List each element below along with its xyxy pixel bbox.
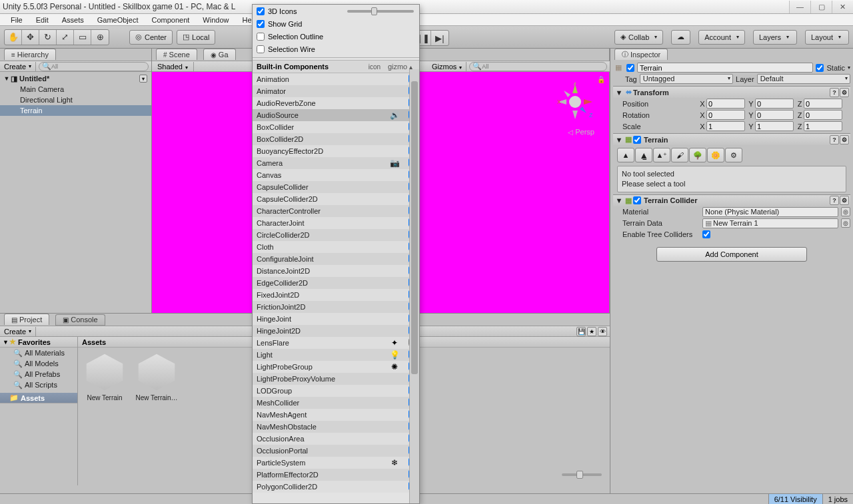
opt-sel-outline-checkbox[interactable]	[257, 33, 265, 41]
menu-edit[interactable]: Edit	[29, 15, 55, 25]
expand-icon[interactable]: ▼	[614, 89, 624, 97]
opt-show-grid[interactable]: Show Grid	[253, 17, 419, 30]
project-create-dropdown[interactable]: Create	[0, 327, 36, 336]
terrain-detail-button[interactable]: 🌼	[707, 148, 724, 162]
tag-dropdown[interactable]: Untagged	[640, 74, 733, 84]
opt-selection-wire[interactable]: Selection Wire	[253, 43, 419, 55]
favorite-item[interactable]: 🔍All Prefabs	[0, 369, 77, 379]
game-tab[interactable]: ◉Ga	[203, 49, 236, 60]
gizmo-component-row[interactable]: OcclusionPortal	[253, 445, 419, 457]
terrain-raise-button[interactable]: ▲	[617, 148, 634, 162]
rot-y[interactable]	[755, 110, 794, 120]
tree-colliders-toggle[interactable]	[702, 230, 710, 238]
hierarchy-item[interactable]: Main Camera	[0, 84, 151, 95]
pos-z[interactable]	[804, 99, 842, 109]
terrain-tree-button[interactable]: 🌳	[689, 148, 706, 162]
favorite-item[interactable]: 🔍All Scripts	[0, 379, 77, 390]
pos-x[interactable]	[706, 99, 745, 109]
component-icon[interactable]: 🔊	[383, 111, 406, 120]
static-dropdown-arrow[interactable]: ▾	[848, 65, 850, 71]
gizmo-component-row[interactable]: HingeJoint	[253, 313, 419, 325]
menu-gameobject[interactable]: GameObject	[91, 15, 145, 25]
opt-sel-wire-checkbox[interactable]	[257, 45, 265, 53]
scene-tab[interactable]: #Scene	[156, 49, 197, 60]
transform-tool-button[interactable]: ⊕	[91, 30, 109, 45]
scl-z[interactable]	[804, 121, 842, 131]
hierarchy-tab[interactable]: ≡Hierarchy	[4, 49, 56, 60]
terrain-collider-enabled-toggle[interactable]	[633, 196, 641, 204]
hierarchy-item[interactable]: Directional Light	[0, 95, 151, 105]
gizmo-component-row[interactable]: Light💡	[253, 349, 419, 361]
jobs-status[interactable]: 1 jobs	[823, 495, 853, 503]
rect-tool-button[interactable]: ▭	[74, 30, 91, 45]
gizmo-component-row[interactable]: LensFlare✦	[253, 337, 419, 349]
menu-assets[interactable]: Assets	[55, 15, 91, 25]
gizmo-component-row[interactable]: FixedJoint2D	[253, 289, 419, 301]
gizmo-component-row[interactable]: ParticleSystem❄	[253, 457, 419, 469]
gizmo-component-row[interactable]: LightProbeProxyVolume	[253, 373, 419, 385]
pos-y[interactable]	[755, 99, 794, 109]
object-picker-icon[interactable]: ◎	[841, 218, 850, 228]
object-picker-icon[interactable]: ◎	[841, 207, 850, 216]
gizmo-component-row[interactable]: AudioReverbZone	[253, 97, 419, 109]
gizmo-component-row[interactable]: DistanceJoint2D	[253, 265, 419, 277]
gizmo-component-row[interactable]: EdgeCollider2D	[253, 277, 419, 289]
gizmo-component-row[interactable]: CharacterController	[253, 205, 419, 217]
help-icon[interactable]: ?	[830, 196, 839, 205]
favorites-header[interactable]: ▼★Favorites	[0, 337, 77, 348]
gizmo-component-row[interactable]: LightProbeGroup✺	[253, 361, 419, 373]
material-field[interactable]: None (Physic Material)	[702, 207, 838, 217]
terrain-collider-header[interactable]: ▼ ▦ Terrain Collider ?⚙	[613, 195, 850, 206]
gizmo-component-row[interactable]: BoxCollider2D	[253, 133, 419, 145]
asset-item[interactable]: New Terrain…	[135, 353, 178, 401]
assets-header[interactable]: 📁Assets	[0, 393, 77, 403]
opt-selection-outline[interactable]: Selection Outline	[253, 30, 419, 43]
static-toggle[interactable]	[816, 64, 824, 72]
visibility-status[interactable]: 6/11 Visibility	[768, 494, 823, 504]
transform-header[interactable]: ▼ ⬌ Transform ?⚙	[613, 87, 850, 98]
proj-hidden-icon[interactable]: 👁	[598, 327, 607, 336]
gear-icon[interactable]: ⚙	[840, 135, 849, 144]
gameobject-active-toggle[interactable]	[626, 64, 634, 72]
gear-icon[interactable]: ⚙	[840, 196, 849, 205]
expand-icon[interactable]: ▼	[3, 75, 11, 82]
expand-icon[interactable]: ▼	[614, 136, 624, 144]
favorite-item[interactable]: 🔍All Models	[0, 358, 77, 369]
terrain-paint-button[interactable]: ▲̲	[635, 148, 652, 162]
help-icon[interactable]: ?	[830, 135, 839, 144]
gizmo-component-row[interactable]: AudioSource🔊	[253, 109, 419, 121]
gizmo-component-row[interactable]: Canvas	[253, 169, 419, 181]
gizmo-component-row[interactable]: BoxCollider	[253, 121, 419, 133]
menu-file[interactable]: File	[4, 15, 29, 25]
hierarchy-item-selected[interactable]: Terrain	[0, 105, 151, 116]
expand-icon[interactable]: ▼	[614, 196, 624, 204]
cloud-button[interactable]: ☁	[671, 30, 690, 45]
add-component-button[interactable]: Add Component	[656, 247, 807, 262]
gizmo-component-row[interactable]: HingeJoint2D	[253, 325, 419, 337]
opt-3d-icons[interactable]: 3D Icons	[253, 5, 419, 17]
gizmo-component-row[interactable]: NavMeshObstacle	[253, 421, 419, 433]
gameobject-name-input[interactable]	[637, 63, 813, 73]
gizmo-component-row[interactable]: CircleCollider2D	[253, 229, 419, 241]
help-icon[interactable]: ?	[830, 88, 839, 97]
component-icon[interactable]: 💡	[383, 350, 406, 360]
favorite-item[interactable]: 🔍All Materials	[0, 348, 77, 358]
scl-x[interactable]	[706, 121, 745, 131]
lock-icon[interactable]: 🔒	[597, 76, 605, 83]
layout-dropdown[interactable]: Layout	[805, 30, 849, 45]
projection-label[interactable]: ◁ Persp	[568, 128, 594, 136]
orientation-gizmo[interactable]: y x z	[556, 83, 594, 121]
gizmo-component-row[interactable]: MeshCollider	[253, 397, 419, 409]
terrain-brush-button[interactable]: 🖌	[671, 148, 688, 162]
rot-z[interactable]	[804, 110, 842, 120]
rot-x[interactable]	[706, 110, 745, 120]
inspector-tab[interactable]: ⓘInspector	[614, 49, 668, 60]
window-close-button[interactable]: ✕	[832, 1, 853, 13]
gizmo-component-row[interactable]: FrictionJoint2D	[253, 301, 419, 313]
project-tab[interactable]: ▤Project	[4, 314, 49, 325]
scene-context-button[interactable]: ▾	[139, 75, 147, 83]
collab-dropdown[interactable]: ◈ Collab	[614, 30, 663, 45]
component-icon[interactable]: ❄	[383, 458, 406, 467]
asset-item[interactable]: New Terrain	[83, 353, 126, 401]
terrain-settings-button[interactable]: ⚙	[725, 148, 742, 162]
